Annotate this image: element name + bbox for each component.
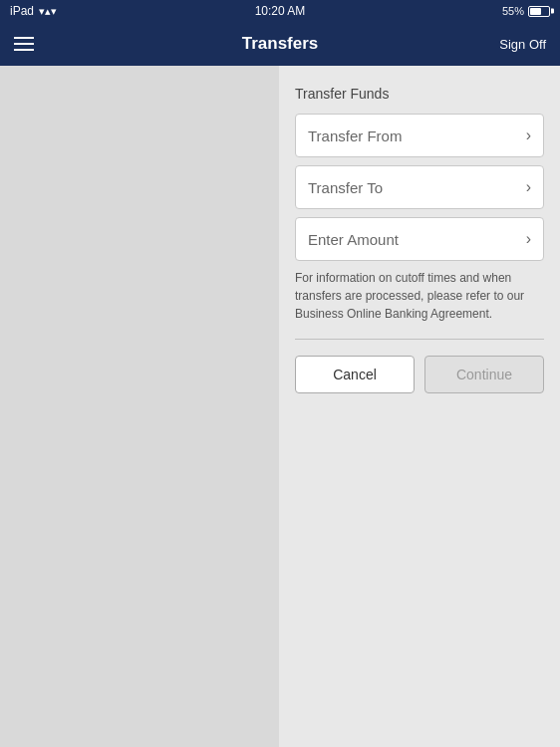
page-title: Transfers <box>242 34 319 54</box>
enter-amount-chevron-icon: › <box>526 230 531 248</box>
right-panel: Transfer Funds Transfer From › Transfer … <box>279 66 560 747</box>
transfer-from-label: Transfer From <box>308 127 402 144</box>
button-row: Cancel Continue <box>295 356 544 393</box>
wifi-icon: ▾▴▾ <box>39 5 57 18</box>
transfer-to-chevron-icon: › <box>526 178 531 196</box>
info-text: For information on cutoff times and when… <box>295 269 544 323</box>
sidebar-space <box>0 66 279 747</box>
main-content: Transfer Funds Transfer From › Transfer … <box>0 66 560 747</box>
cancel-button[interactable]: Cancel <box>295 356 415 393</box>
status-time: 10:20 AM <box>255 4 306 18</box>
transfer-from-field[interactable]: Transfer From › <box>295 114 544 157</box>
battery-percent: 55% <box>502 5 524 17</box>
transfer-to-field[interactable]: Transfer To › <box>295 165 544 209</box>
menu-button[interactable] <box>14 37 34 51</box>
section-title: Transfer Funds <box>295 86 544 102</box>
enter-amount-label: Enter Amount <box>308 231 399 248</box>
device-label: iPad <box>10 4 34 18</box>
nav-bar: Transfers Sign Off <box>0 22 560 66</box>
transfer-to-label: Transfer To <box>308 179 383 196</box>
enter-amount-field[interactable]: Enter Amount › <box>295 217 544 261</box>
continue-button[interactable]: Continue <box>424 356 544 393</box>
status-right: 55% <box>502 5 550 17</box>
transfer-from-chevron-icon: › <box>526 126 531 144</box>
sign-off-button[interactable]: Sign Off <box>499 37 546 52</box>
battery-icon <box>528 6 550 17</box>
status-left: iPad ▾▴▾ <box>10 4 57 18</box>
divider <box>295 339 544 340</box>
status-bar: iPad ▾▴▾ 10:20 AM 55% <box>0 0 560 22</box>
